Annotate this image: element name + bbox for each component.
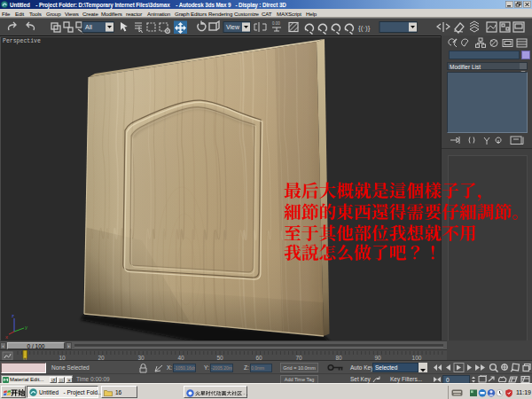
svg-text:0.00: 0.00 [272, 21, 280, 26]
svg-text:{(·)}: {(·)} [358, 24, 371, 32]
svg-text:View: View [226, 24, 240, 30]
svg-text:All: All [85, 24, 92, 30]
